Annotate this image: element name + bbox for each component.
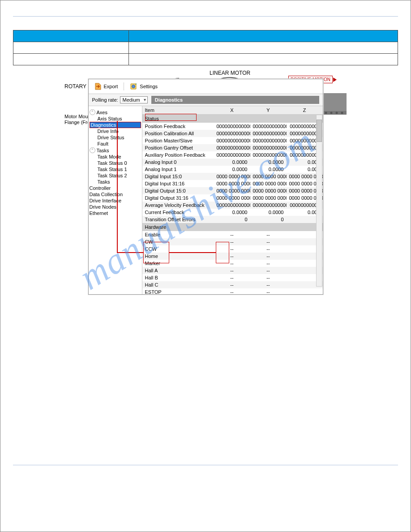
row-y: -- xyxy=(250,231,287,238)
row-label: Average Velocity Feedback xyxy=(142,202,214,209)
table-row[interactable]: Digital Output 31:160000 0000 0000 00000… xyxy=(142,194,323,202)
tree-tasks[interactable]: Tasks xyxy=(90,179,141,185)
table-row[interactable]: Auxiliary Position Feedback0000000000000… xyxy=(142,151,323,159)
tree-controller[interactable]: Controller xyxy=(90,185,141,191)
tree-drive-info[interactable]: Drive Info xyxy=(90,128,141,134)
header-table xyxy=(13,30,398,65)
diagnostics-table: Item X Y Z Status Position Feedback00000… xyxy=(142,106,323,294)
table-row[interactable]: Hall B---- xyxy=(142,274,323,281)
row-label: Enable xyxy=(142,231,214,238)
row-label: Position Master/Slave xyxy=(142,137,214,144)
tree-ethernet[interactable]: Ethernet xyxy=(90,210,141,216)
row-label: Hall A xyxy=(142,267,214,274)
row-x: 0 xyxy=(214,216,250,223)
row-label: Position Gantry Offset xyxy=(142,144,214,151)
tree-task-status-0[interactable]: Task Status 0 xyxy=(90,160,141,166)
row-label: Digital Input 15:0 xyxy=(142,173,214,180)
settings-button[interactable]: Settings xyxy=(128,82,159,91)
svg-point-35 xyxy=(330,112,333,114)
row-x: -- xyxy=(214,281,250,288)
row-label: Home xyxy=(142,253,214,260)
tree-drive-interface[interactable]: Drive Interface xyxy=(90,197,141,204)
section-hardware: Hardware xyxy=(142,223,323,231)
row-y: -- xyxy=(250,274,287,281)
tree-task-status-1[interactable]: Task Status 1 xyxy=(90,166,141,172)
table-row[interactable]: Analog Input 10.00000.00000.000 xyxy=(142,166,323,173)
tree-axes[interactable]: ˄Axes xyxy=(90,109,141,116)
row-label: Auxiliary Position Feedback xyxy=(142,151,214,159)
table-row[interactable]: Transition Offset Errors00 xyxy=(142,216,323,223)
table-row[interactable]: CCW---- xyxy=(142,245,323,253)
row-y: 0000000000000 xyxy=(250,137,287,144)
table-row[interactable]: Digital Input 31:160000 0000 0000 000000… xyxy=(142,180,323,187)
row-x: -- xyxy=(214,238,250,245)
row-x: 0.0000 xyxy=(214,159,250,166)
svg-point-37 xyxy=(341,112,343,114)
collapse-icon[interactable]: ˄ xyxy=(90,147,95,153)
col-y[interactable]: Y xyxy=(250,106,287,115)
table-row[interactable]: Home---- xyxy=(142,253,323,260)
col-x[interactable]: X xyxy=(214,106,250,115)
scroll-thumb[interactable] xyxy=(317,120,322,142)
table-row[interactable]: Digital Output 15:00000 0000 0000 000000… xyxy=(142,187,323,194)
diagnostics-window: Export Settings Polling rate: Medium Dia… xyxy=(88,79,323,295)
tree-diagnostics[interactable]: Diagnostics xyxy=(90,122,141,128)
settings-label: Settings xyxy=(140,84,158,89)
export-icon xyxy=(94,82,102,90)
polling-rate-label: Polling rate: xyxy=(92,97,118,103)
col-z[interactable]: Z xyxy=(287,106,323,115)
table-row[interactable]: Current Feedback0.00000.00000.000 xyxy=(142,209,323,216)
tree-task-status-2[interactable]: Task Status 2 xyxy=(90,172,141,179)
row-x: 0000000000000 xyxy=(214,202,250,209)
table-row[interactable]: Position Calibration All0000000000000000… xyxy=(142,130,323,137)
row-y: 0000 0000 0000 0000 xyxy=(250,187,287,194)
tree-data-collection[interactable]: Data Collection xyxy=(90,191,141,197)
table-row[interactable]: ESTOP---- xyxy=(142,288,323,294)
vertical-scrollbar[interactable] xyxy=(316,115,322,287)
row-y: 0000000000000 xyxy=(250,130,287,137)
tree-drive-nodes[interactable]: Drive Nodes xyxy=(90,204,141,210)
tree-fault[interactable]: Fault xyxy=(90,141,141,147)
tree-axis-status[interactable]: Axis Status xyxy=(90,116,141,122)
row-y: 0000 0000 0000 0000 xyxy=(250,194,287,202)
row-label: Analog Input 0 xyxy=(142,159,214,166)
row-y: 0000000000000 xyxy=(250,144,287,151)
row-y: 0000000000000 xyxy=(250,151,287,159)
tree-task-mode[interactable]: Task Mode xyxy=(90,154,141,160)
row-y: -- xyxy=(250,253,287,260)
row-x: -- xyxy=(214,253,250,260)
row-label: Analog Input 1 xyxy=(142,166,214,173)
diagnostics-panel-title: Diagnostics xyxy=(151,96,319,104)
table-row[interactable]: Hall A---- xyxy=(142,267,323,274)
col-item[interactable]: Item xyxy=(142,106,214,115)
row-label: Transition Offset Errors xyxy=(142,216,214,223)
table-row[interactable]: Marker---- xyxy=(142,260,323,267)
table-row[interactable]: Analog Input 00.00000.00000.000 xyxy=(142,159,323,166)
table-row[interactable]: Position Feedback00000000000000000000000… xyxy=(142,123,323,130)
row-y: -- xyxy=(250,238,287,245)
polling-rate-select[interactable]: Medium xyxy=(120,96,148,103)
table-row[interactable]: Digital Input 15:00000 0000 0000 0000000… xyxy=(142,173,323,180)
table-row[interactable]: Average Velocity Feedback000000000000000… xyxy=(142,202,323,209)
row-x: 0000000000000 xyxy=(214,151,250,159)
table-row[interactable]: Position Gantry Offset000000000000000000… xyxy=(142,144,323,151)
row-x: 0000000000000 xyxy=(214,144,250,151)
table-row[interactable]: Hall C---- xyxy=(142,281,323,288)
table-row[interactable]: CW---- xyxy=(142,238,323,245)
collapse-icon[interactable]: ˄ xyxy=(90,109,95,115)
row-y: 0 xyxy=(250,216,287,223)
settings-icon xyxy=(130,82,138,90)
row-x: 0000 0000 0000 0000 xyxy=(214,173,250,180)
export-button[interactable]: Export xyxy=(92,82,120,91)
row-label: CW xyxy=(142,238,214,245)
row-x: 0000 0000 0000 0000 xyxy=(214,194,250,202)
row-label: Current Feedback xyxy=(142,209,214,216)
table-row[interactable]: Enable---- xyxy=(142,231,323,238)
row-label: Position Calibration All xyxy=(142,130,214,137)
row-label: Position Feedback xyxy=(142,123,214,130)
tree-tasks-group[interactable]: ˄Tasks xyxy=(90,147,141,154)
subtoolbar: Polling rate: Medium Diagnostics xyxy=(89,94,323,106)
row-x: 0000000000000 xyxy=(214,123,250,130)
table-row[interactable]: Position Master/Slave0000000000000000000… xyxy=(142,137,323,144)
tree-drive-status[interactable]: Drive Status xyxy=(90,134,141,141)
